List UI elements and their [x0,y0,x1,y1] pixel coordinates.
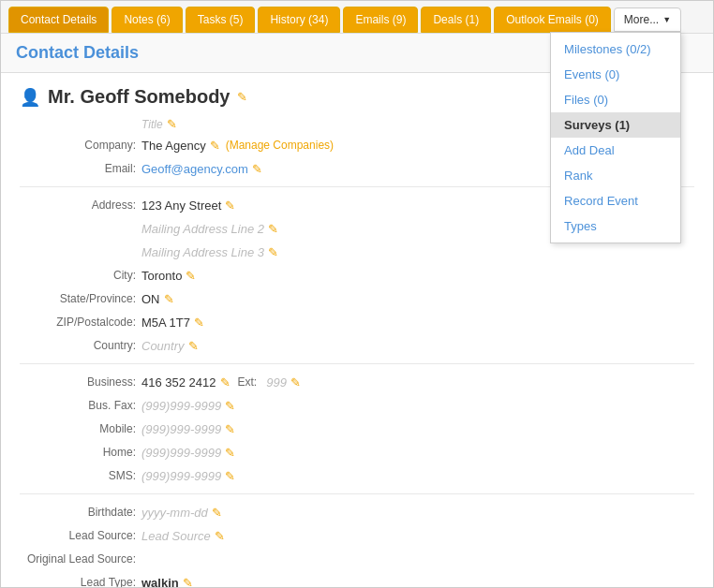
edit-email-icon[interactable]: ✎ [252,162,262,176]
mobile-row: Mobile: (999)999-9999 ✎ [20,419,694,439]
tab-contact-details[interactable]: Contact Details [8,7,109,33]
person-icon: 👤 [20,87,40,108]
title-placeholder: Title [141,118,163,131]
home-value: (999)999-9999 [141,446,221,460]
mobile-label: Mobile: [20,422,141,435]
tab-tasks[interactable]: Tasks (5) [186,7,256,33]
edit-country-icon[interactable]: ✎ [188,339,199,353]
edit-home-icon[interactable]: ✎ [225,446,235,460]
dropdown-item-files[interactable]: Files (0) [551,87,680,112]
state-row: State/Province: ON ✎ [20,288,694,309]
dropdown-item-record-event[interactable]: Record Event [551,188,680,213]
lead-type-label: Lead Type: [20,576,141,587]
birthdate-value: yyyy-mm-dd [141,506,208,520]
edit-state-icon[interactable]: ✎ [164,292,174,306]
company-value: The Agency [141,139,206,153]
tab-notes[interactable]: Notes (6) [112,7,182,33]
edit-sms-icon[interactable]: ✎ [225,469,235,483]
lead-source-value: Lead Source [141,529,211,543]
lead-source-label: Lead Source: [20,529,141,542]
edit-zip-icon[interactable]: ✎ [194,316,204,330]
country-value: Country [141,339,185,353]
tab-emails[interactable]: Emails (9) [343,7,418,33]
zip-row: ZIP/Postalcode: M5A 1T7 ✎ [20,312,694,332]
business-label: Business: [20,375,141,389]
mailing-line2-value: Mailing Address Line 2 [141,222,264,236]
edit-business-icon[interactable]: ✎ [220,375,231,390]
country-row: Country: Country ✎ [20,335,694,356]
original-lead-row: Original Lead Source: [20,549,694,569]
address-value: 123 Any Street [141,198,221,213]
city-label: City: [20,269,141,282]
city-value: Toronto [141,269,182,283]
mailing-line3-value: Mailing Address Line 3 [141,245,264,259]
edit-lead-type-icon[interactable]: ✎ [183,576,193,588]
contact-name: Mr. Geoff Somebody [48,86,230,108]
email-value[interactable]: Geoff@agency.com [141,162,248,176]
original-lead-label: Original Lead Source: [20,552,141,566]
mailing-line3-row: Mailing Address Line 3 ✎ [20,242,694,262]
tab-bar: Contact Details Notes (6) Tasks (5) Hist… [1,1,713,34]
edit-mailing3-icon[interactable]: ✎ [268,245,278,259]
edit-company-icon[interactable]: ✎ [210,139,220,153]
bus-fax-row: Bus. Fax: (999)999-9999 ✎ [20,395,694,416]
company-label: Company: [20,139,141,152]
dropdown-item-surveys[interactable]: Surveys (1) [551,112,680,138]
dropdown-item-events[interactable]: Events (0) [551,62,680,87]
tab-outlook-emails[interactable]: Outlook Emails (0) [494,7,611,33]
edit-name-icon[interactable]: ✎ [237,90,247,104]
country-label: Country: [20,339,141,352]
zip-label: ZIP/Postalcode: [20,316,141,329]
address-label: Address: [20,198,141,212]
bus-fax-label: Bus. Fax: [20,399,141,412]
divider-2 [20,363,694,364]
dropdown-item-rank[interactable]: Rank [551,163,680,188]
edit-mailing2-icon[interactable]: ✎ [268,222,278,236]
state-label: State/Province: [20,292,141,305]
sms-label: SMS: [20,469,141,482]
lead-source-row: Lead Source: Lead Source ✎ [20,525,694,546]
sms-value: (999)999-9999 [141,469,221,483]
email-label: Email: [20,162,141,175]
birthdate-row: Birthdate: yyyy-mm-dd ✎ [20,502,694,522]
state-value: ON [141,292,160,306]
sms-row: SMS: (999)999-9999 ✎ [20,465,694,486]
business-row: Business: 416 352 2412 ✎ Ext: 999 ✎ [20,372,694,392]
dropdown-item-types[interactable]: Types [551,213,680,239]
tab-history[interactable]: History (34) [258,7,340,33]
bus-fax-value: (999)999-9999 [141,399,221,413]
edit-ext-icon[interactable]: ✎ [290,375,301,390]
tab-deals[interactable]: Deals (1) [421,7,491,33]
edit-lead-source-icon[interactable]: ✎ [215,529,225,543]
city-row: City: Toronto ✎ [20,265,694,286]
lead-type-row: Lead Type: walkin ✎ [20,572,694,587]
business-value: 416 352 2412 [141,375,216,390]
home-row: Home: (999)999-9999 ✎ [20,442,694,463]
dropdown-item-add-deal[interactable]: Add Deal [551,138,680,163]
zip-value: M5A 1T7 [141,316,190,330]
ext-label: Ext: [231,375,263,389]
lead-type-value: walkin [141,576,179,588]
edit-city-icon[interactable]: ✎ [186,269,196,283]
manage-companies-link[interactable]: (Manage Companies) [226,139,334,152]
dropdown-item-milestones[interactable]: Milestones (0/2) [551,37,680,62]
edit-address-icon[interactable]: ✎ [225,198,235,213]
home-label: Home: [20,446,141,459]
dropdown-menu: Milestones (0/2) Events (0) Files (0) Su… [550,32,681,243]
more-button[interactable]: More... [614,7,681,32]
edit-mobile-icon[interactable]: ✎ [225,422,235,436]
edit-bus-fax-icon[interactable]: ✎ [225,399,235,413]
edit-title-icon[interactable]: ✎ [167,117,177,131]
divider-3 [20,493,694,494]
edit-birthdate-icon[interactable]: ✎ [212,506,222,520]
mobile-value: (999)999-9999 [141,422,221,436]
birthdate-label: Birthdate: [20,506,141,519]
ext-value: 999 [266,375,287,390]
more-dropdown-wrapper: More... Milestones (0/2) Events (0) File… [614,7,681,32]
